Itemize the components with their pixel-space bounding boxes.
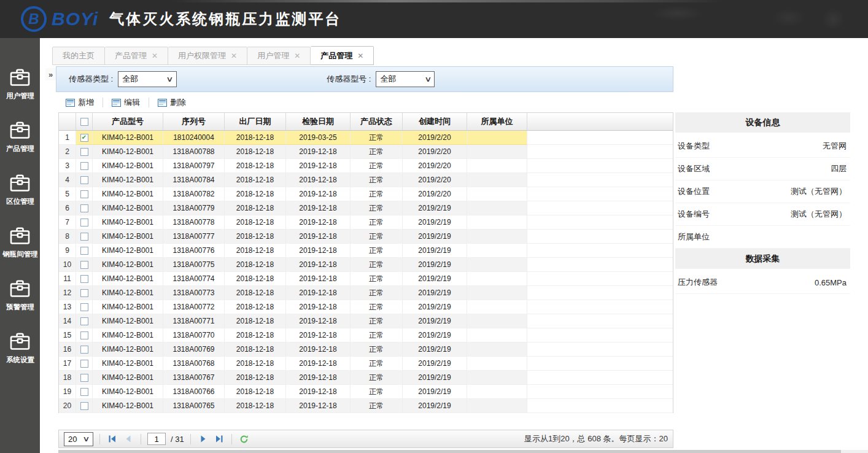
table-row[interactable]: 19KIM40-12-B0011318A007662018-12-182019-… (59, 385, 673, 399)
table-row[interactable]: 2KIM40-12-B0011318A007882018-12-182019-1… (59, 145, 673, 159)
table-row[interactable]: 15KIM40-12-B0011318A007702018-12-182019-… (59, 328, 673, 343)
cell-出厂日期: 2018-12-18 (225, 230, 286, 244)
cell-所属单位 (467, 131, 527, 145)
row-checkbox[interactable] (80, 303, 88, 311)
column-header-序列号[interactable]: 序列号 (163, 113, 225, 130)
tab-用户管理[interactable]: 用户管理✕ (247, 47, 311, 65)
table-row[interactable]: 10KIM40-12-B0011318A007752018-12-182019-… (59, 258, 673, 272)
toolbar-button-编辑[interactable]: 编辑 (107, 95, 145, 110)
table-row[interactable]: 6KIM40-12-B0011318A007792018-12-182019-1… (59, 201, 673, 215)
close-icon[interactable]: ✕ (231, 52, 237, 60)
first-page-button[interactable] (106, 433, 118, 445)
row-checkbox[interactable] (80, 317, 88, 325)
row-checkbox[interactable] (80, 134, 88, 142)
close-icon[interactable]: ✕ (357, 52, 363, 60)
table-row[interactable]: 18KIM40-12-B0011318A007672018-12-182019-… (59, 371, 673, 385)
row-checkbox[interactable] (80, 275, 88, 283)
close-icon[interactable]: ✕ (152, 52, 158, 60)
cell-产品型号: KIM40-12-B001 (93, 371, 163, 385)
row-checkbox[interactable] (80, 388, 88, 396)
table-row[interactable]: 12KIM40-12-B0011318A007732018-12-182019-… (59, 286, 673, 300)
table-row[interactable]: 16KIM40-12-B0011318A007692018-12-182019-… (59, 343, 673, 357)
sidebar-item-钢瓶间管理[interactable]: 钢瓶间管理 (0, 214, 40, 266)
sidebar-item-预警管理[interactable]: 预警管理 (0, 266, 40, 319)
column-header-出厂日期[interactable]: 出厂日期 (225, 113, 286, 130)
table-row[interactable]: 9KIM40-12-B0011318A007762018-12-182019-1… (59, 244, 673, 258)
horizontal-scrollbar[interactable] (58, 450, 868, 453)
cell-产品型号: KIM40-12-B001 (93, 258, 163, 272)
last-page-button[interactable] (213, 433, 225, 445)
table-row[interactable]: 1KIM40-12-B00118102400042018-12-182019-0… (59, 131, 673, 145)
page-size-select[interactable]: 20 ∨ (64, 432, 93, 446)
sensor-model-select[interactable]: 全部 ∨ (376, 71, 435, 87)
sensor-type-select[interactable]: 全部 ∨ (118, 71, 177, 87)
next-page-button[interactable] (197, 433, 209, 445)
sidebar-item-系统设置[interactable]: 系统设置 (0, 319, 40, 372)
table-row[interactable]: 8KIM40-12-B0011318A007772018-12-182019-1… (59, 230, 673, 244)
collapse-panel-button[interactable]: » (45, 68, 56, 80)
row-number: 6 (59, 201, 76, 215)
column-header-创建时间[interactable]: 创建时间 (403, 113, 467, 130)
refresh-button[interactable] (238, 433, 250, 445)
toolbar-button-新增[interactable]: 新增 (61, 95, 99, 110)
cell-所属单位 (467, 314, 527, 328)
row-checkbox[interactable] (80, 289, 88, 297)
table-row[interactable]: 11KIM40-12-B0011318A007742018-12-182019-… (59, 272, 673, 286)
row-checkbox[interactable] (80, 360, 88, 368)
scrollbar-thumb[interactable] (58, 450, 841, 453)
sidebar-item-用户管理[interactable]: 用户管理 (0, 55, 40, 108)
cell-检验日期: 2019-12-18 (286, 145, 351, 159)
table-row[interactable]: 5KIM40-12-B0011318A007822018-12-182019-1… (59, 187, 673, 201)
row-checkbox[interactable] (80, 233, 88, 241)
column-header-产品型号[interactable]: 产品型号 (93, 113, 163, 130)
row-checkbox[interactable] (80, 261, 88, 269)
tab-用户权限管理[interactable]: 用户权限管理✕ (168, 47, 247, 65)
row-checkbox-cell (76, 187, 93, 201)
row-checkbox[interactable] (80, 247, 88, 255)
column-header-检验日期[interactable]: 检验日期 (286, 113, 351, 130)
table-row[interactable]: 7KIM40-12-B0011318A007782018-12-182019-1… (59, 215, 673, 230)
cell-filler (527, 399, 673, 413)
select-all-checkbox[interactable] (80, 118, 88, 126)
sidebar-item-产品管理[interactable]: 产品管理 (0, 108, 40, 161)
sidebar-item-区位管理[interactable]: 区位管理 (0, 161, 40, 214)
row-checkbox[interactable] (80, 402, 88, 410)
cell-创建时间: 2019/2/20 (403, 159, 467, 173)
table-row[interactable]: 4KIM40-12-B0011318A007842018-12-182019-1… (59, 173, 673, 187)
column-header-产品状态[interactable]: 产品状态 (351, 113, 403, 130)
table-row[interactable]: 20KIM40-12-B0011318A007652018-12-182019-… (59, 399, 673, 413)
tab-label: 产品管理 (320, 50, 352, 61)
row-checkbox[interactable] (80, 331, 88, 339)
cell-产品型号: KIM40-12-B001 (93, 343, 163, 357)
cell-出厂日期: 2018-12-18 (225, 131, 286, 145)
row-checkbox[interactable] (80, 148, 88, 156)
tab-label: 用户权限管理 (178, 50, 226, 61)
row-checkbox[interactable] (80, 219, 88, 226)
row-checkbox[interactable] (80, 346, 88, 354)
column-header-所属单位[interactable]: 所属单位 (467, 113, 527, 130)
row-checkbox[interactable] (80, 190, 88, 198)
prev-page-button[interactable] (122, 433, 134, 445)
cell-序列号: 1318A00767 (163, 371, 225, 385)
table-row[interactable]: 17KIM40-12-B0011318A007682018-12-182019-… (59, 357, 673, 371)
row-checkbox[interactable] (80, 374, 88, 382)
table-row[interactable]: 3KIM40-12-B0011318A007972018-12-182019-1… (59, 159, 673, 173)
row-checkbox[interactable] (80, 162, 88, 170)
toolbar-button-删除[interactable]: 删除 (153, 95, 191, 110)
page-number-input[interactable] (147, 433, 166, 445)
row-number: 7 (59, 215, 76, 230)
tab-我的主页[interactable]: 我的主页 (52, 47, 105, 65)
table-row[interactable]: 13KIM40-12-B0011318A007722018-12-182019-… (59, 300, 673, 314)
cell-序列号: 1318A00784 (163, 173, 225, 187)
close-icon[interactable]: ✕ (294, 52, 300, 60)
row-checkbox[interactable] (80, 204, 88, 212)
row-checkbox-cell (76, 300, 93, 314)
row-number: 14 (59, 314, 76, 328)
detail-field-所属单位: 所属单位 (675, 226, 850, 249)
table-row[interactable]: 14KIM40-12-B0011318A007712018-12-182019-… (59, 314, 673, 328)
tab-产品管理[interactable]: 产品管理✕ (311, 46, 374, 65)
row-checkbox[interactable] (80, 176, 88, 184)
detail-field-设备位置: 设备位置测试（无管网） (675, 180, 850, 203)
tab-产品管理[interactable]: 产品管理✕ (105, 47, 168, 65)
detail-field-设备类型: 设备类型无管网 (675, 135, 850, 158)
